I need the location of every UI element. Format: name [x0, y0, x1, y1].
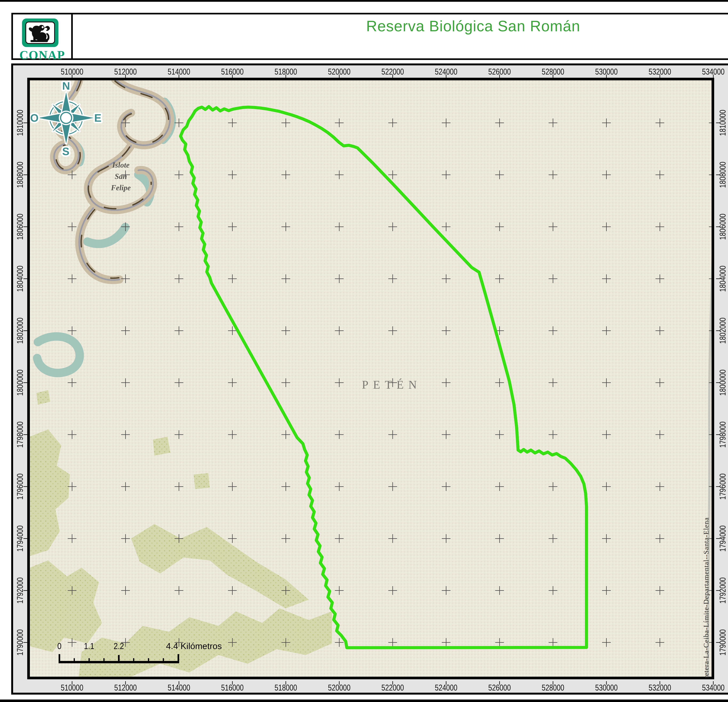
x-tick-bottom [232, 681, 233, 685]
x-tick-bottom [286, 681, 286, 685]
y-tick-left [23, 538, 27, 539]
islote-line-3: Felipe [93, 182, 149, 193]
x-tick-top [232, 75, 233, 78]
y-tick-right [716, 174, 720, 175]
x-tick-top [606, 75, 607, 78]
x-tick-bottom [553, 681, 553, 685]
conap-logo-wordmark: CONAP [14, 48, 71, 62]
compass-e-label: E [94, 112, 101, 124]
y-axis-label-left: 1810000 [15, 110, 25, 136]
y-tick-left [23, 226, 27, 227]
compass-s-label: S [62, 146, 69, 157]
y-tick-left [23, 642, 27, 643]
document-id: DAGeos-329-2026-BS [684, 44, 728, 56]
y-tick-right [716, 278, 720, 279]
y-tick-right [716, 486, 720, 487]
road-label: retera-La-Ceiba-Límite-Departamental--Sa… [702, 409, 710, 679]
y-axis-label-left: 1800000 [15, 369, 25, 396]
x-tick-top [660, 75, 660, 78]
y-axis-label-left: 1808000 [15, 162, 25, 188]
compass-n-label: N [62, 80, 70, 92]
scalebar-tick-1: 1.1 [84, 641, 94, 651]
x-tick-bottom [179, 681, 179, 685]
y-tick-left [23, 123, 27, 123]
y-tick-right [716, 434, 720, 435]
page-bottom-rule [0, 699, 728, 702]
y-tick-right [716, 123, 720, 123]
y-axis-label-left: 1804000 [15, 266, 25, 292]
y-tick-right [716, 330, 720, 331]
x-tick-top [446, 75, 446, 78]
y-tick-left [23, 382, 27, 383]
y-tick-right [716, 642, 720, 643]
compass-o-label: O [30, 112, 39, 124]
y-axis-label-left: 1796000 [15, 473, 25, 500]
x-tick-top [392, 75, 393, 78]
x-tick-top [125, 75, 126, 78]
x-tick-top [72, 75, 72, 78]
y-axis-label-left: 1802000 [15, 318, 25, 344]
x-tick-bottom [660, 681, 660, 685]
y-tick-left [23, 590, 27, 591]
y-tick-left [23, 278, 27, 279]
y-tick-right [716, 226, 720, 227]
page-title: Reserva Biológica San Román [73, 17, 728, 35]
x-tick-top [713, 75, 714, 78]
y-tick-left [23, 434, 27, 435]
y-axis-label-left: 1792000 [15, 577, 25, 604]
x-tick-top [339, 75, 339, 78]
islote-line-1: Islote [93, 159, 149, 171]
y-tick-left [23, 330, 27, 331]
x-tick-bottom [446, 681, 446, 685]
scalebar-tick-3: 4.4 [166, 641, 178, 651]
y-axis-label-left: 1794000 [15, 525, 25, 552]
x-tick-bottom [606, 681, 607, 685]
x-tick-top [286, 75, 286, 78]
x-tick-bottom [713, 681, 714, 685]
scalebar-tick-0: 0 [57, 641, 61, 651]
x-tick-bottom [125, 681, 126, 685]
x-tick-bottom [339, 681, 339, 685]
islote-san-felipe-label: Islote San Felipe [93, 159, 149, 193]
y-axis-label-left: 1798000 [15, 421, 25, 448]
scalebar-unit: Kilómetros [181, 641, 222, 651]
scalebar-tick-3-unit: 4.4 Kilómetros [166, 641, 222, 651]
y-tick-right [716, 590, 720, 591]
page-top-rule [0, 0, 728, 2]
y-tick-right [716, 382, 720, 383]
department-label-peten: PETÉN [347, 378, 437, 391]
y-tick-right [716, 538, 720, 539]
x-tick-top [179, 75, 179, 78]
islote-line-2: San [93, 171, 149, 182]
y-axis-label-left: 1806000 [15, 214, 25, 240]
x-tick-top [499, 75, 500, 78]
scalebar-tick-2: 2.2 [114, 641, 124, 651]
y-tick-left [23, 486, 27, 487]
x-tick-bottom [72, 681, 72, 685]
x-tick-top [553, 75, 553, 78]
x-tick-bottom [499, 681, 500, 685]
x-tick-bottom [392, 681, 393, 685]
y-tick-left [23, 174, 27, 175]
y-axis-label-left: 1790000 [15, 629, 25, 656]
